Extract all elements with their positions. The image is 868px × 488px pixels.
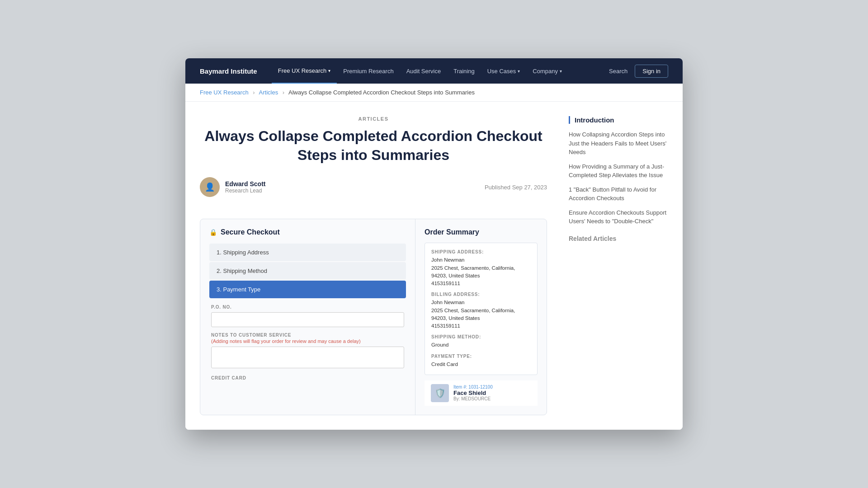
shipping-address-name: John Newman: [431, 256, 531, 264]
breadcrumb-link-articles[interactable]: Articles: [259, 89, 278, 96]
order-summary-title: Order Summary: [425, 228, 538, 236]
author-details: Edward Scott Research Lead: [225, 180, 265, 194]
nav-right: Search Sign in: [609, 65, 668, 78]
sidebar-link-1[interactable]: How Collapsing Accordion Steps into Just…: [569, 130, 668, 157]
author-info: 👤 Edward Scott Research Lead: [200, 177, 265, 197]
payment-type-value: Credit Card: [431, 361, 531, 368]
article-area: ARTICLES Always Collapse Completed Accor…: [200, 116, 547, 415]
nav-link-training[interactable]: Training: [447, 58, 481, 84]
notes-sublabel: (Adding notes will flag your order for r…: [211, 338, 404, 344]
lock-icon: 🔒: [209, 229, 217, 236]
po-label: P.O. NO.: [211, 305, 404, 310]
accordion-step-2-header[interactable]: 2. Shipping Method: [209, 262, 406, 280]
shipping-address-phone: 4153159111: [431, 280, 531, 287]
credit-card-label: CREDIT CARD: [211, 375, 404, 380]
product-item-number: Item #: 1031-12100: [453, 385, 493, 389]
summary-box: SHIPPING ADDRESS: John Newman 2025 Chest…: [425, 243, 538, 375]
nav-links: Free UX Research ▾ Premium Research Audi…: [272, 58, 609, 84]
publish-date: Published Sep 27, 2023: [485, 184, 547, 191]
accordion-step-2: 2. Shipping Method: [209, 262, 406, 280]
product-info: Item #: 1031-12100 Face Shield By: MEDSO…: [453, 385, 493, 401]
shipping-address-line: 2025 Chest, Sacramento, California, 9420…: [431, 264, 531, 280]
payment-type-label: PAYMENT TYPE:: [431, 354, 531, 359]
shipping-address-label: SHIPPING ADDRESS:: [431, 249, 531, 254]
chevron-down-icon: ▾: [560, 69, 562, 74]
accordion-step-3: 3. Payment Type: [209, 281, 406, 298]
avatar: 👤: [200, 177, 220, 197]
sidebar: Introduction How Collapsing Accordion St…: [569, 116, 668, 415]
accordion-step-3-header[interactable]: 3. Payment Type: [209, 281, 406, 298]
nav-link-premium-research[interactable]: Premium Research: [337, 58, 400, 84]
search-button[interactable]: Search: [609, 68, 627, 75]
sign-in-button[interactable]: Sign in: [635, 65, 668, 78]
author-row: 👤 Edward Scott Research Lead Published S…: [200, 177, 547, 206]
navigation: Baymard Institute Free UX Research ▾ Pre…: [185, 58, 683, 84]
nav-link-audit-service[interactable]: Audit Service: [400, 58, 448, 84]
checkout-inner: 🔒 Secure Checkout 1. Shipping Address: [200, 219, 547, 415]
billing-address-label: BILLING ADDRESS:: [431, 292, 531, 297]
author-role: Research Lead: [225, 188, 265, 194]
nav-link-use-cases[interactable]: Use Cases ▾: [481, 58, 527, 84]
checkout-header: 🔒 Secure Checkout: [209, 228, 406, 236]
sidebar-link-4[interactable]: Ensure Accordion Checkouts Support Users…: [569, 208, 668, 226]
breadcrumb: Free UX Research › Articles › Always Col…: [185, 84, 683, 102]
billing-address-name: John Newman: [431, 299, 531, 306]
article-title: Always Collapse Completed Accordion Chec…: [200, 127, 547, 164]
notes-label: NOTES TO CUSTOMER SERVICE: [211, 333, 404, 338]
po-input[interactable]: [211, 312, 404, 327]
breadcrumb-separator: ›: [283, 89, 284, 96]
billing-address-line: 2025 Chest, Sacramento, California, 9420…: [431, 307, 531, 323]
sidebar-link-3[interactable]: 1 "Back" Button Pitfall to Avoid for Acc…: [569, 185, 668, 203]
sidebar-related-label: Related Articles: [569, 235, 668, 242]
checkout-demo: 🔒 Secure Checkout 1. Shipping Address: [200, 219, 547, 415]
notes-textarea[interactable]: [211, 347, 404, 368]
browser-window: Baymard Institute Free UX Research ▾ Pre…: [185, 58, 683, 430]
site-logo[interactable]: Baymard Institute: [200, 67, 257, 75]
po-section: P.O. NO. NOTES TO CUSTOMER SERVICE (Addi…: [209, 299, 406, 386]
product-row: 🛡️ Item #: 1031-12100 Face Shield By: ME…: [425, 380, 538, 406]
nav-link-free-ux-research[interactable]: Free UX Research ▾: [272, 58, 337, 84]
shipping-method-label: SHIPPING METHOD:: [431, 334, 531, 339]
checkout-title: Secure Checkout: [221, 228, 280, 236]
sidebar-link-2[interactable]: How Providing a Summary of a Just-Comple…: [569, 162, 668, 180]
author-name: Edward Scott: [225, 180, 265, 188]
product-brand: By: MEDSOURCE: [453, 396, 493, 401]
product-image: 🛡️: [431, 384, 449, 402]
breadcrumb-separator: ›: [253, 89, 255, 96]
breadcrumb-current: Always Collapse Completed Accordion Chec…: [288, 89, 475, 96]
billing-address-phone: 4153159111: [431, 322, 531, 330]
accordion-step-1: 1. Shipping Address: [209, 244, 406, 261]
product-name: Face Shield: [453, 389, 493, 396]
order-summary: Order Summary SHIPPING ADDRESS: John New…: [415, 219, 547, 415]
article-category: ARTICLES: [200, 116, 547, 122]
checkout-left: 🔒 Secure Checkout 1. Shipping Address: [200, 219, 415, 415]
sidebar-intro: Introduction: [569, 116, 668, 124]
accordion-step-1-header[interactable]: 1. Shipping Address: [209, 244, 406, 261]
main-content: ARTICLES Always Collapse Completed Accor…: [185, 102, 683, 430]
nav-link-company[interactable]: Company ▾: [526, 58, 568, 84]
shipping-method-value: Ground: [431, 341, 531, 349]
chevron-down-icon: ▾: [328, 68, 330, 73]
breadcrumb-link-free-ux[interactable]: Free UX Research: [200, 89, 249, 96]
chevron-down-icon: ▾: [518, 69, 520, 74]
